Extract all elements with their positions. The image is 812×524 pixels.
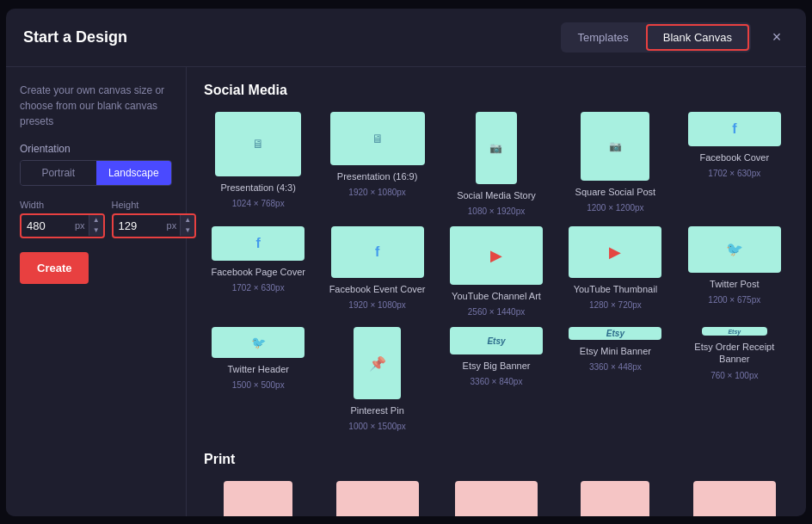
modal-body: Create your own canvas size or choose fr… xyxy=(6,67,806,516)
etsy-text-2: Etsy xyxy=(606,329,624,338)
social-media-section: Social Media 🖥 Presentation (4:3) 1024 ×… xyxy=(204,83,789,432)
width-up[interactable]: ▲ xyxy=(89,215,103,225)
template-fb-cover[interactable]: f Facebook Cover 1702 × 630px xyxy=(680,112,789,216)
template-dims-fb-page: 1702 × 630px xyxy=(232,283,285,293)
template-etsy-mini[interactable]: Etsy Etsy Mini Banner 3360 × 448px xyxy=(561,327,669,431)
thumb-etsy-mini: Etsy xyxy=(569,327,661,340)
social-media-grid: 🖥 Presentation (4:3) 1024 × 768px 🖥 Pres… xyxy=(204,112,789,432)
landscape-button[interactable]: Landscape xyxy=(96,161,172,185)
template-dims-presentation-169: 1920 × 1080px xyxy=(348,188,405,197)
etsy-text-1: Etsy xyxy=(487,336,505,346)
dimensions-row: Width px ▲ ▼ Height xyxy=(20,200,172,238)
thumb-fb-cover: f xyxy=(688,112,781,146)
thumb-print-2 xyxy=(336,481,419,515)
template-print-2[interactable] xyxy=(323,481,431,515)
monitor-icon: 🖥 xyxy=(252,137,264,151)
width-down[interactable]: ▼ xyxy=(89,225,103,236)
template-square[interactable]: 📷 Square Social Post 1200 × 1200px xyxy=(561,112,669,216)
height-input-wrap: px ▲ ▼ xyxy=(112,213,197,238)
template-print-4[interactable] xyxy=(561,481,669,515)
height-input[interactable] xyxy=(114,215,167,237)
width-label: Width xyxy=(20,200,105,210)
facebook-icon: f xyxy=(732,121,736,137)
create-button[interactable]: Create xyxy=(20,252,89,284)
thumb-presentation-43: 🖥 xyxy=(215,112,301,176)
template-name-fb-cover: Facebook Cover xyxy=(699,151,769,163)
template-fb-event[interactable]: f Facebook Event Cover 1920 × 1080px xyxy=(323,226,431,317)
etsy-text-3: Etsy xyxy=(728,329,741,335)
social-media-title: Social Media xyxy=(204,83,789,98)
template-name-story: Social Media Story xyxy=(457,189,536,201)
youtube-icon-2: ▶ xyxy=(609,243,621,262)
thumb-fb-page: f xyxy=(212,226,304,261)
template-print-3[interactable] xyxy=(442,481,551,515)
print-title: Print xyxy=(204,452,789,467)
template-pinterest[interactable]: 📌 Pinterest Pin 1000 × 1500px xyxy=(323,327,431,431)
thumb-twitter-post: 🐦 xyxy=(688,226,781,273)
tab-templates[interactable]: Templates xyxy=(563,24,644,51)
template-name-twitter-post: Twitter Post xyxy=(710,278,759,290)
sidebar-description: Create your own canvas size or choose fr… xyxy=(20,83,172,129)
template-dims-pinterest: 1000 × 1500px xyxy=(348,422,405,431)
thumb-print-1 xyxy=(224,481,292,515)
thumb-etsy-receipt: Etsy xyxy=(702,327,767,336)
thumb-pinterest: 📌 xyxy=(354,327,401,399)
template-name-etsy-receipt: Etsy Order Receipt Banner xyxy=(680,341,789,366)
facebook-icon-2: f xyxy=(256,236,261,251)
thumb-yt-thumb: ▶ xyxy=(569,226,661,278)
thumb-print-3 xyxy=(455,481,538,515)
template-presentation-169[interactable]: 🖥 Presentation (16:9) 1920 × 1080px xyxy=(323,112,431,216)
template-etsy-receipt[interactable]: Etsy Etsy Order Receipt Banner 760 × 100… xyxy=(680,327,789,431)
template-name-etsy-mini: Etsy Mini Banner xyxy=(580,345,651,357)
sidebar: Create your own canvas size or choose fr… xyxy=(6,67,187,516)
template-twitter-post[interactable]: 🐦 Twitter Post 1200 × 675px xyxy=(680,226,789,317)
portrait-button[interactable]: Portrait xyxy=(21,161,96,185)
template-dims-square: 1200 × 1200px xyxy=(587,203,643,213)
modal-header: Start a Design Templates Blank Canvas × xyxy=(6,9,806,67)
youtube-icon: ▶ xyxy=(490,246,502,265)
close-button[interactable]: × xyxy=(765,25,789,49)
pinterest-icon: 📌 xyxy=(369,355,386,372)
template-print-5[interactable] xyxy=(680,481,789,515)
template-etsy-big[interactable]: Etsy Etsy Big Banner 3360 × 840px xyxy=(442,327,551,431)
width-spinners: ▲ ▼ xyxy=(89,215,103,236)
print-section: Print xyxy=(204,452,789,515)
thumb-twitter-header: 🐦 xyxy=(212,327,304,358)
print-grid xyxy=(204,481,789,515)
template-dims-fb-cover: 1702 × 630px xyxy=(708,169,760,178)
orientation-label: Orientation xyxy=(20,143,172,155)
template-dims-story: 1080 × 1920px xyxy=(468,207,525,216)
tab-group: Templates Blank Canvas xyxy=(561,22,751,52)
facebook-icon-3: f xyxy=(375,244,379,260)
template-name-presentation-169: Presentation (16:9) xyxy=(337,170,418,182)
tab-blank-canvas[interactable]: Blank Canvas xyxy=(646,24,749,51)
template-yt-thumb[interactable]: ▶ YouTube Thumbnail 1280 × 720px xyxy=(561,226,669,317)
modal-overlay: Start a Design Templates Blank Canvas × … xyxy=(0,0,812,524)
height-label: Height xyxy=(112,200,197,210)
template-story[interactable]: 📷 Social Media Story 1080 × 1920px xyxy=(442,112,551,216)
width-input[interactable] xyxy=(22,215,75,237)
orientation-buttons: Portrait Landscape xyxy=(20,160,172,186)
template-yt-channel[interactable]: ▶ YouTube Channel Art 2560 × 1440px xyxy=(442,226,551,317)
template-name-fb-event: Facebook Event Cover xyxy=(329,283,426,295)
camera-icon-2: 📷 xyxy=(609,140,622,152)
template-fb-page[interactable]: f Facebook Page Cover 1702 × 630px xyxy=(204,226,312,317)
template-twitter-header[interactable]: 🐦 Twitter Header 1500 × 500px xyxy=(204,327,312,431)
twitter-icon: 🐦 xyxy=(726,241,743,257)
start-design-modal: Start a Design Templates Blank Canvas × … xyxy=(6,9,806,516)
template-presentation-43[interactable]: 🖥 Presentation (4:3) 1024 × 768px xyxy=(204,112,312,216)
monitor-icon-2: 🖥 xyxy=(372,132,384,145)
template-dims-etsy-big: 3360 × 840px xyxy=(471,377,523,386)
content-area: Social Media 🖥 Presentation (4:3) 1024 ×… xyxy=(187,67,806,516)
thumb-square: 📷 xyxy=(581,112,649,181)
thumb-yt-channel: ▶ xyxy=(450,226,543,285)
camera-icon: 📷 xyxy=(489,142,502,154)
orientation-section: Orientation Portrait Landscape xyxy=(20,143,172,186)
template-dims-twitter-post: 1200 × 675px xyxy=(708,295,760,305)
thumb-print-4 xyxy=(581,481,649,515)
width-unit: px xyxy=(75,220,89,231)
template-dims-etsy-receipt: 760 × 100px xyxy=(710,371,758,380)
template-name-twitter-header: Twitter Header xyxy=(227,363,289,375)
template-dims-presentation-43: 1024 × 768px xyxy=(232,199,285,208)
template-print-1[interactable] xyxy=(204,481,312,515)
